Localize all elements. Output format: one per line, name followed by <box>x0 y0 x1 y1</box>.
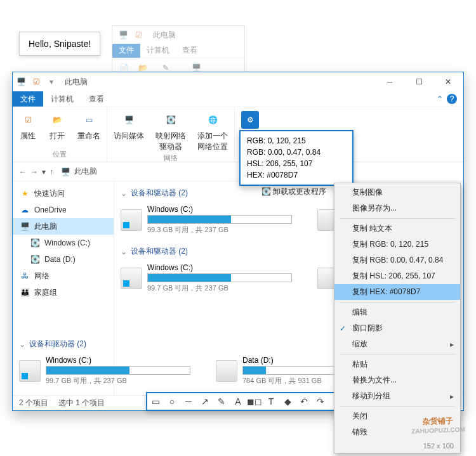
watermark: 杂货铺子 ZAHUOPUZI.COM <box>411 414 465 435</box>
chevron-down-icon[interactable]: ⌄ <box>121 247 127 256</box>
menu-item[interactable]: 复制 纯文本 <box>334 221 460 237</box>
tool-button[interactable]: ↶ <box>296 393 312 410</box>
tool-button[interactable]: T <box>263 393 279 410</box>
breadcrumb-loc[interactable]: 此电脑 <box>74 166 97 177</box>
drive-item[interactable]: Windows (C:)99.7 GB 可用，共 237 GB <box>121 263 292 293</box>
tool-button[interactable]: ✎ <box>213 393 230 410</box>
menu-label: 窗口阴影 <box>352 323 383 334</box>
ribbon-group-label: 网络 <box>164 153 178 164</box>
menu-item[interactable]: 图像另存为... <box>334 200 460 216</box>
status-items: 2 个项目 <box>19 398 48 408</box>
check-icon: ✓ <box>340 324 346 333</box>
tab-file[interactable]: 文件 <box>13 91 43 107</box>
sidebar-item[interactable]: 🖧网络 <box>13 268 114 284</box>
section-title[interactable]: 设备和驱动器 (2) <box>131 188 188 199</box>
menu-label: 粘贴 <box>352 359 367 370</box>
uninstall-icon: 💽 <box>261 187 271 196</box>
menu-item[interactable]: 移动到分组▸ <box>334 388 460 404</box>
menu-separator <box>340 302 455 303</box>
menu-label: 复制图像 <box>352 187 383 198</box>
ghost-tab-file[interactable]: 文件 <box>112 44 140 58</box>
sidebar-item[interactable]: 💽Data (D:) <box>13 251 114 268</box>
sidebar-item[interactable]: ☁OneDrive <box>13 202 114 218</box>
section-title[interactable]: 设备和驱动器 (2) <box>29 339 86 349</box>
sidebar-item[interactable]: 🖥️此电脑 <box>13 218 114 235</box>
tab-computer[interactable]: 计算机 <box>43 91 81 107</box>
ribbon-group-label: 位置 <box>53 150 67 160</box>
minimize-button[interactable]: ─ <box>377 73 402 91</box>
drive-meta: 99.3 GB 可用，共 237 GB <box>147 225 292 235</box>
color-tooltip: RGB: 0, 120, 215 RGB: 0.00, 0.47, 0.84 H… <box>239 130 354 186</box>
context-menu[interactable]: 复制图像图像另存为...复制 纯文本复制 RGB: 0, 120, 215复制 … <box>334 183 461 453</box>
menu-label: 替换为文件... <box>352 375 397 386</box>
section-title[interactable]: 设备和驱动器 (2) <box>131 246 188 257</box>
ghost-tab-computer[interactable]: 计算机 <box>140 44 176 58</box>
ribbon-properties[interactable]: ☑属性 <box>17 110 39 143</box>
tool-button[interactable]: ◼◻ <box>246 393 263 410</box>
tab-view[interactable]: 查看 <box>81 91 112 107</box>
nav-back-icon[interactable]: ← <box>19 167 27 176</box>
sidebar-label: OneDrive <box>34 205 67 214</box>
menu-item[interactable]: 复制图像 <box>334 185 460 200</box>
sidebar-label: Windows (C:) <box>44 238 90 247</box>
tool-button[interactable]: ○ <box>164 393 180 410</box>
nav-fwd-icon[interactable]: → <box>30 167 38 176</box>
tool-button[interactable]: ─ <box>180 393 197 410</box>
tool-button[interactable]: ◆ <box>279 393 296 410</box>
menu-item[interactable]: 粘贴 <box>334 356 460 372</box>
menu-item[interactable]: 缩放▸ <box>334 336 460 352</box>
tool-button[interactable]: ↷ <box>312 393 329 410</box>
breadcrumb[interactable]: ← → ▾ ↑ 🖥️ 此电脑 <box>13 162 463 181</box>
menu-item[interactable]: 复制 HEX: #0078D7 <box>334 284 460 300</box>
drive-usage-bar <box>147 273 292 282</box>
home-icon: 👪 <box>19 287 30 298</box>
drive-meta: 99.7 GB 可用，共 237 GB <box>46 376 190 386</box>
menu-label: 复制 纯文本 <box>352 223 392 234</box>
ribbon-mapdrive[interactable]: 💽映射网络 驱动器 <box>153 110 188 153</box>
drive-item[interactable]: Windows (C:)99.7 GB 可用，共 237 GB <box>19 356 190 386</box>
menu-item[interactable]: 复制 RGB: 0.00, 0.47, 0.84 <box>334 252 460 268</box>
cloud-icon: ☁ <box>19 204 30 216</box>
drive-item[interactable]: Windows (C:)99.3 GB 可用，共 237 GB <box>121 205 292 235</box>
sidebar-item[interactable]: ★快速访问 <box>13 185 114 202</box>
menu-label: 销毁 <box>352 427 367 438</box>
menu-label: 关闭 <box>352 411 367 422</box>
ribbon-open[interactable]: 📂打开 <box>46 110 69 143</box>
ribbon-addloc[interactable]: 🌐添加一个 网络位置 <box>195 110 230 153</box>
menu-item[interactable]: 复制 RGB: 0, 120, 215 <box>334 237 460 252</box>
menu-item[interactable]: 复制 HSL: 206, 255, 107 <box>334 268 460 284</box>
chevron-down-icon[interactable]: ⌄ <box>121 189 127 198</box>
status-selection: 选中 1 个项目 <box>58 398 105 408</box>
menu-item[interactable]: 编辑 <box>334 304 460 320</box>
color-hex: HEX: #0078D7 <box>247 169 346 181</box>
sidebar-label: 网络 <box>34 271 50 282</box>
maximize-button[interactable]: ☐ <box>406 73 432 91</box>
close-button[interactable]: ✕ <box>435 73 461 91</box>
pc-icon: 🖥️ <box>19 221 30 232</box>
sidebar-item[interactable]: 💽Windows (C:) <box>13 235 114 251</box>
tool-button[interactable]: A <box>230 393 246 410</box>
nav-history-icon[interactable]: ▾ <box>42 167 46 176</box>
chevron-down-icon[interactable]: ⌄ <box>19 340 25 349</box>
help-icon[interactable]: ? <box>447 94 457 104</box>
ribbon-rename[interactable]: ▭重命名 <box>75 110 103 143</box>
tool-button[interactable]: ↗ <box>197 393 213 410</box>
nav-up-icon[interactable]: ↑ <box>50 167 53 176</box>
drive-icon: 💽 <box>29 237 41 249</box>
menu-item[interactable]: 替换为文件... <box>334 372 460 388</box>
menu-item[interactable]: ✓窗口阴影 <box>334 320 460 336</box>
sidebar-item[interactable]: 👪家庭组 <box>13 284 114 301</box>
collapse-ribbon-icon[interactable]: ⌃ <box>437 94 443 103</box>
tool-button[interactable]: ▭ <box>147 393 164 410</box>
titlebar[interactable]: 🖥️ ☑ ▾ 此电脑 ─ ☐ ✕ <box>13 72 463 91</box>
ribbon-media[interactable]: 🖥️访问媒体 <box>111 110 147 143</box>
menu-label: 复制 RGB: 0, 120, 215 <box>352 239 428 250</box>
star-icon: ★ <box>19 188 30 199</box>
sidebar-label: Data (D:) <box>44 255 76 264</box>
down-icon[interactable]: ▾ <box>46 76 57 88</box>
uninstall-label[interactable]: 💽 卸载或更改程序 <box>261 186 326 197</box>
pc-icon: 🖥️ <box>15 76 27 88</box>
ghost-tab-view[interactable]: 查看 <box>176 44 204 58</box>
menu-label: 复制 HEX: #0078D7 <box>352 287 420 297</box>
hello-snip[interactable]: Hello, Snipaste! <box>19 32 100 56</box>
